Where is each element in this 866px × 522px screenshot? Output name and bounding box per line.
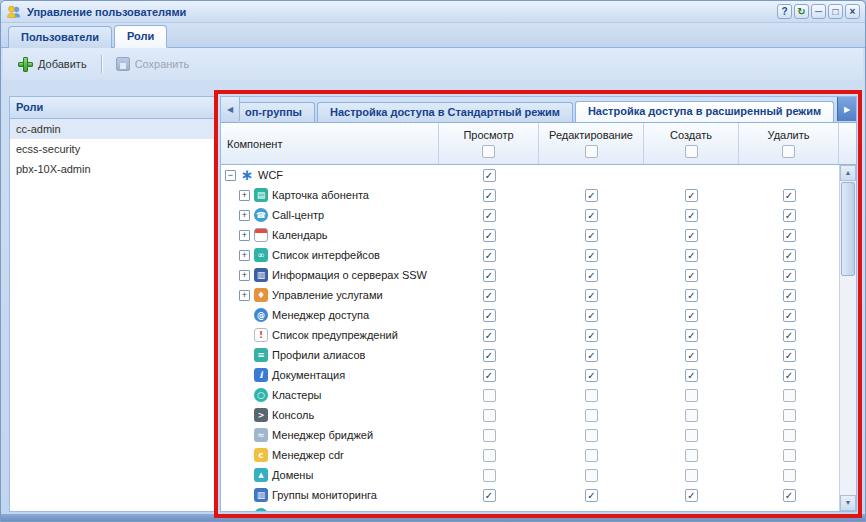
table-row[interactable]: iДокументация✓✓✓✓ — [221, 365, 856, 385]
permission-checkbox[interactable]: ✓ — [585, 189, 598, 202]
select-all-edit-checkbox[interactable] — [585, 145, 598, 158]
select-all-view-checkbox[interactable] — [482, 145, 495, 158]
permission-checkbox[interactable]: ✓ — [685, 309, 698, 322]
permission-checkbox[interactable]: ✓ — [483, 289, 496, 302]
column-header-component[interactable]: Компонент — [221, 123, 439, 164]
vertical-scrollbar[interactable]: ▲ ▼ — [839, 165, 856, 511]
table-row[interactable]: cМенеджер cdr — [221, 445, 856, 465]
tab-users[interactable]: Пользователи — [8, 26, 112, 48]
role-item-ecss-security[interactable]: ecss-security — [10, 139, 215, 159]
scroll-up-button[interactable]: ▲ — [840, 165, 856, 181]
tab-scroll-left-button[interactable]: ◀ — [221, 97, 240, 121]
table-row[interactable]: @Менеджер доступа✓✓✓✓ — [221, 305, 856, 325]
table-row[interactable] — [221, 505, 856, 511]
permission-checkbox[interactable]: ✓ — [585, 329, 598, 342]
permission-checkbox[interactable]: ✓ — [483, 369, 496, 382]
table-row[interactable]: +☎Call-центр✓✓✓✓ — [221, 205, 856, 225]
permission-checkbox[interactable]: ✓ — [585, 289, 598, 302]
maximize-button[interactable]: □ — [828, 4, 843, 19]
permission-checkbox[interactable]: ✓ — [783, 369, 796, 382]
permission-checkbox[interactable] — [783, 449, 796, 462]
role-item-pbx-10X-admin[interactable]: pbx-10X-admin — [10, 159, 215, 179]
permission-checkbox[interactable]: ✓ — [585, 349, 598, 362]
permission-checkbox[interactable]: ✓ — [483, 209, 496, 222]
permission-checkbox[interactable] — [783, 469, 796, 482]
permission-checkbox[interactable]: ✓ — [483, 329, 496, 342]
permission-checkbox[interactable] — [685, 449, 698, 462]
table-row[interactable]: ≡Профили алиасов✓✓✓✓ — [221, 345, 856, 365]
close-button[interactable]: × — [845, 4, 860, 19]
table-row[interactable]: ≈Менеджер бриджей — [221, 425, 856, 445]
permission-checkbox[interactable]: ✓ — [585, 489, 598, 502]
permission-checkbox[interactable] — [783, 409, 796, 422]
permission-checkbox[interactable] — [585, 469, 598, 482]
permission-checkbox[interactable]: ✓ — [685, 289, 698, 302]
save-button[interactable]: Сохранить — [107, 53, 199, 75]
permission-checkbox[interactable]: ✓ — [685, 369, 698, 382]
permission-checkbox[interactable] — [783, 429, 796, 442]
permission-checkbox[interactable] — [685, 389, 698, 402]
tree-expander-icon[interactable]: + — [239, 190, 250, 201]
permission-checkbox[interactable]: ✓ — [585, 229, 598, 242]
permission-checkbox[interactable]: ✓ — [783, 209, 796, 222]
permission-checkbox[interactable]: ✓ — [483, 349, 496, 362]
permission-checkbox[interactable]: ✓ — [483, 189, 496, 202]
permission-checkbox[interactable]: ✓ — [783, 189, 796, 202]
permission-checkbox[interactable]: ✓ — [483, 249, 496, 262]
tree-expander-icon[interactable]: + — [239, 270, 250, 281]
permission-checkbox[interactable]: ✓ — [685, 229, 698, 242]
add-button[interactable]: Добавить — [9, 53, 96, 76]
permission-checkbox[interactable]: ✓ — [685, 269, 698, 282]
permission-checkbox[interactable]: ✓ — [783, 249, 796, 262]
permission-checkbox[interactable]: ✓ — [483, 309, 496, 322]
permission-checkbox[interactable]: ✓ — [685, 329, 698, 342]
column-header-create[interactable]: Создать — [644, 123, 739, 164]
scroll-down-button[interactable]: ▼ — [840, 495, 856, 511]
refresh-button[interactable]: ↻ — [794, 4, 809, 19]
permission-checkbox[interactable]: ✓ — [783, 489, 796, 502]
table-row[interactable]: ▲Домены — [221, 465, 856, 485]
column-header-delete[interactable]: Удалить — [739, 123, 839, 164]
permission-checkbox[interactable] — [783, 389, 796, 402]
select-all-create-checkbox[interactable] — [685, 145, 698, 158]
select-all-delete-checkbox[interactable] — [782, 145, 795, 158]
table-row[interactable]: +♦Управление услугами✓✓✓✓ — [221, 285, 856, 305]
permission-checkbox[interactable]: ✓ — [783, 229, 796, 242]
permission-checkbox[interactable] — [685, 409, 698, 422]
permission-checkbox[interactable]: ✓ — [685, 349, 698, 362]
permission-checkbox[interactable]: ✓ — [585, 209, 598, 222]
table-row[interactable]: !Список предупреждений✓✓✓✓ — [221, 325, 856, 345]
permission-checkbox[interactable] — [585, 389, 598, 402]
table-row[interactable]: +▤Карточка абонента✓✓✓✓ — [221, 185, 856, 205]
tree-expander-icon[interactable]: + — [239, 290, 250, 301]
table-row[interactable]: −∗WCF✓ — [221, 165, 856, 185]
permission-checkbox[interactable]: ✓ — [685, 209, 698, 222]
permission-checkbox[interactable] — [585, 429, 598, 442]
permission-checkbox[interactable]: ✓ — [585, 269, 598, 282]
permission-checkbox[interactable]: ✓ — [585, 309, 598, 322]
table-row[interactable]: +▥Информация о серверах SSW✓✓✓✓ — [221, 265, 856, 285]
permission-checkbox[interactable]: ✓ — [483, 229, 496, 242]
table-row[interactable]: >Консоль — [221, 405, 856, 425]
tree-expander-icon[interactable]: + — [239, 250, 250, 261]
permission-checkbox[interactable]: ✓ — [685, 489, 698, 502]
tab-groups[interactable]: оп-группы — [239, 102, 315, 122]
column-header-edit[interactable]: Редактирование — [539, 123, 644, 164]
minimize-button[interactable]: ─ — [811, 4, 826, 19]
tab-standard-mode-access[interactable]: Настройка доступа в Стандартный режим — [317, 102, 573, 122]
role-item-cc-admin[interactable]: cc-admin — [10, 119, 215, 139]
table-row[interactable]: +Календарь✓✓✓✓ — [221, 225, 856, 245]
permission-checkbox[interactable]: ✓ — [685, 249, 698, 262]
permission-checkbox[interactable] — [483, 389, 496, 402]
tree-expander-icon[interactable]: + — [239, 210, 250, 221]
table-row[interactable]: ▥Группы мониторинга✓✓✓✓ — [221, 485, 856, 505]
permission-checkbox[interactable]: ✓ — [685, 189, 698, 202]
scrollbar-thumb[interactable] — [841, 182, 855, 276]
help-button[interactable]: ? — [777, 4, 792, 19]
permission-checkbox[interactable] — [585, 449, 598, 462]
permission-checkbox[interactable] — [585, 409, 598, 422]
permission-checkbox[interactable]: ✓ — [483, 269, 496, 282]
permission-checkbox[interactable]: ✓ — [783, 349, 796, 362]
tree-expander-icon[interactable]: − — [225, 170, 236, 181]
permission-checkbox[interactable] — [483, 469, 496, 482]
